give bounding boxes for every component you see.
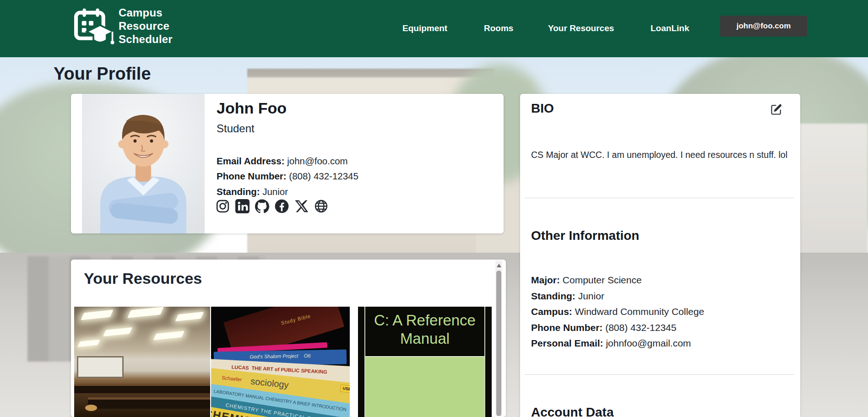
brand-name[interactable]: Campus Resource Scheduler bbox=[119, 6, 173, 46]
phone-label: Phone Number: bbox=[217, 171, 287, 181]
account-data-title: Account Data bbox=[531, 405, 613, 417]
lab-stool bbox=[85, 405, 97, 411]
email-label: Email Address: bbox=[217, 156, 285, 166]
used-saves-sticker: USED SAVES bbox=[340, 385, 350, 394]
book-cover-rule-right bbox=[484, 307, 485, 417]
github-icon[interactable] bbox=[255, 199, 269, 213]
facebook-icon[interactable] bbox=[275, 199, 289, 213]
calendar-graduation-cap-logo-icon[interactable] bbox=[72, 6, 115, 50]
lab-window bbox=[77, 356, 124, 378]
nav-item-rooms[interactable]: Rooms bbox=[484, 23, 513, 33]
profile-photo bbox=[82, 94, 205, 233]
field-major: Major: Computer Science bbox=[531, 272, 704, 288]
page-title: Your Profile bbox=[54, 64, 151, 84]
ceiling-light bbox=[127, 307, 164, 318]
social-links-row bbox=[216, 199, 328, 213]
nav-item-equipment[interactable]: Equipment bbox=[402, 23, 447, 33]
other-information-fields: Major: Computer Science Standing: Junior… bbox=[531, 272, 704, 352]
top-navigation-bar: Campus Resource Scheduler Equipment Room… bbox=[0, 0, 868, 57]
campus-resource-scheduler-app: Campus Resource Scheduler Equipment Room… bbox=[0, 0, 868, 417]
nav-item-your-resources[interactable]: Your Resources bbox=[548, 23, 614, 33]
resources-scrollbar[interactable] bbox=[495, 260, 502, 416]
your-resources-card: Your Resources Study Bibl bbox=[71, 260, 506, 417]
edit-bio-button[interactable] bbox=[770, 103, 783, 116]
scrollbar-thumb[interactable] bbox=[496, 271, 501, 416]
brand-line-2: Resource bbox=[119, 19, 173, 32]
ceiling-light bbox=[77, 340, 100, 347]
c-reference-manual-title: C: A Reference Manual bbox=[365, 309, 484, 357]
user-email-button[interactable]: john@foo.com bbox=[720, 16, 807, 37]
bio-text: CS Major at WCC. I am unemployed. I need… bbox=[531, 149, 787, 161]
book-cover-green-area bbox=[365, 356, 484, 417]
standing-label: Standing: bbox=[217, 186, 260, 197]
resource-c-reference-manual-image[interactable]: C: A Reference Manual bbox=[358, 307, 492, 417]
bio-title: BIO bbox=[531, 101, 554, 116]
brand-line-1: Campus bbox=[119, 6, 173, 19]
other-information-title: Other Information bbox=[531, 228, 639, 243]
profile-standing-line: Standing: Junior bbox=[217, 186, 288, 197]
standing-value: Junior bbox=[262, 186, 288, 197]
resource-textbooks-image[interactable]: Study Bible God's Shalom Project Ott LUC… bbox=[211, 307, 350, 417]
profile-name: John Foo bbox=[217, 99, 287, 117]
ceiling-light bbox=[81, 310, 113, 320]
field-personal-email: Personal Email: johnfoo@gmail.com bbox=[531, 336, 704, 352]
field-phone: Phone Number: (808) 432-12345 bbox=[531, 320, 704, 336]
lab-bench bbox=[88, 397, 210, 409]
x-twitter-icon[interactable] bbox=[294, 199, 309, 213]
profile-role: Student bbox=[217, 122, 255, 135]
nav-item-loanlink[interactable]: LoanLink bbox=[651, 23, 689, 33]
bio-card: BIO CS Major at WCC. I am unemployed. I … bbox=[520, 94, 800, 417]
textbook-stack-illustration: Study Bible God's Shalom Project Ott LUC… bbox=[211, 307, 350, 417]
linkedin-icon[interactable] bbox=[235, 199, 250, 213]
field-standing: Standing: Junior bbox=[531, 288, 704, 304]
divider bbox=[525, 374, 794, 375]
lab-room-illustration bbox=[74, 307, 210, 417]
field-campus: Campus: Windward Community College bbox=[531, 304, 704, 320]
resources-title: Your Resources bbox=[84, 270, 202, 287]
brand-line-3: Scheduler bbox=[119, 32, 173, 46]
ceiling-light bbox=[103, 327, 132, 336]
resource-lab-room-image[interactable] bbox=[74, 307, 210, 417]
ceiling-light bbox=[153, 331, 184, 341]
lab-bench bbox=[74, 384, 210, 393]
divider bbox=[525, 198, 794, 198]
profile-email-line: Email Address: john@foo.com bbox=[217, 156, 348, 167]
instagram-icon[interactable] bbox=[216, 199, 230, 213]
ceiling-light bbox=[175, 312, 204, 321]
profile-phone-line: Phone Number: (808) 432-12345 bbox=[217, 171, 358, 182]
phone-value: (808) 432-12345 bbox=[289, 171, 358, 181]
scrollbar-up-arrow-icon[interactable] bbox=[497, 264, 501, 267]
profile-card: John Foo Student Email Address: john@foo… bbox=[71, 94, 504, 233]
email-value: john@foo.com bbox=[287, 156, 348, 166]
website-globe-icon[interactable] bbox=[314, 199, 328, 213]
resource-tiles: Study Bible God's Shalom Project Ott LUC… bbox=[74, 307, 486, 417]
